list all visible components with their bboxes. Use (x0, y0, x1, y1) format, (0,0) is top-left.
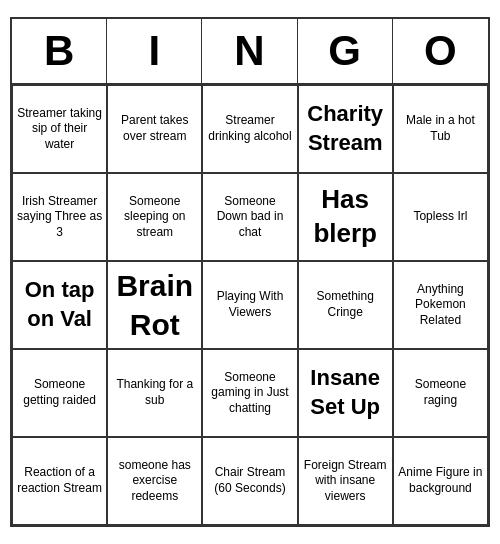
cell-text-23: Foreign Stream with insane viewers (303, 458, 388, 505)
bingo-header: BINGO (12, 19, 488, 85)
bingo-cell-24: Anime Figure in background (393, 437, 488, 525)
cell-text-16: Thanking for a sub (112, 377, 197, 408)
cell-text-4: Male in a hot Tub (398, 113, 483, 144)
bingo-cell-1: Parent takes over stream (107, 85, 202, 173)
bingo-letter-n: N (202, 19, 297, 83)
cell-text-10: On tap on Val (17, 276, 102, 333)
bingo-cell-17: Someone gaming in Just chatting (202, 349, 297, 437)
bingo-cell-16: Thanking for a sub (107, 349, 202, 437)
cell-text-12: Playing With Viewers (207, 289, 292, 320)
bingo-cell-9: Topless Irl (393, 173, 488, 261)
bingo-cell-0: Streamer taking sip of their water (12, 85, 107, 173)
bingo-cell-23: Foreign Stream with insane viewers (298, 437, 393, 525)
bingo-cell-22: Chair Stream (60 Seconds) (202, 437, 297, 525)
cell-text-7: Someone Down bad in chat (207, 194, 292, 241)
cell-text-14: Anything Pokemon Related (398, 282, 483, 329)
cell-text-9: Topless Irl (413, 209, 467, 225)
bingo-cell-2: Streamer drinking alcohol (202, 85, 297, 173)
bingo-cell-3: Charity Stream (298, 85, 393, 173)
cell-text-3: Charity Stream (303, 100, 388, 157)
bingo-cell-18: Insane Set Up (298, 349, 393, 437)
cell-text-19: Someone raging (398, 377, 483, 408)
bingo-letter-g: G (298, 19, 393, 83)
bingo-cell-19: Someone raging (393, 349, 488, 437)
bingo-cell-10: On tap on Val (12, 261, 107, 349)
bingo-cell-7: Someone Down bad in chat (202, 173, 297, 261)
bingo-cell-6: Someone sleeping on stream (107, 173, 202, 261)
bingo-cell-15: Someone getting raided (12, 349, 107, 437)
cell-text-22: Chair Stream (60 Seconds) (207, 465, 292, 496)
cell-text-5: Irish Streamer saying Three as 3 (17, 194, 102, 241)
cell-text-13: Something Cringe (303, 289, 388, 320)
bingo-cell-4: Male in a hot Tub (393, 85, 488, 173)
cell-text-17: Someone gaming in Just chatting (207, 370, 292, 417)
cell-text-21: someone has exercise redeems (112, 458, 197, 505)
bingo-cell-8: Has blerp (298, 173, 393, 261)
bingo-cell-14: Anything Pokemon Related (393, 261, 488, 349)
cell-text-1: Parent takes over stream (112, 113, 197, 144)
bingo-letter-b: B (12, 19, 107, 83)
cell-text-2: Streamer drinking alcohol (207, 113, 292, 144)
cell-text-18: Insane Set Up (303, 364, 388, 421)
bingo-cell-5: Irish Streamer saying Three as 3 (12, 173, 107, 261)
bingo-cell-11: Brain Rot (107, 261, 202, 349)
cell-text-8: Has blerp (303, 183, 388, 251)
cell-text-0: Streamer taking sip of their water (17, 106, 102, 153)
cell-text-15: Someone getting raided (17, 377, 102, 408)
bingo-letter-o: O (393, 19, 488, 83)
bingo-cell-12: Playing With Viewers (202, 261, 297, 349)
bingo-card: BINGO Streamer taking sip of their water… (10, 17, 490, 527)
bingo-cell-21: someone has exercise redeems (107, 437, 202, 525)
bingo-cell-13: Something Cringe (298, 261, 393, 349)
bingo-letter-i: I (107, 19, 202, 83)
cell-text-20: Reaction of a reaction Stream (17, 465, 102, 496)
cell-text-11: Brain Rot (112, 266, 197, 344)
cell-text-6: Someone sleeping on stream (112, 194, 197, 241)
cell-text-24: Anime Figure in background (398, 465, 483, 496)
bingo-cell-20: Reaction of a reaction Stream (12, 437, 107, 525)
bingo-grid: Streamer taking sip of their waterParent… (12, 85, 488, 525)
